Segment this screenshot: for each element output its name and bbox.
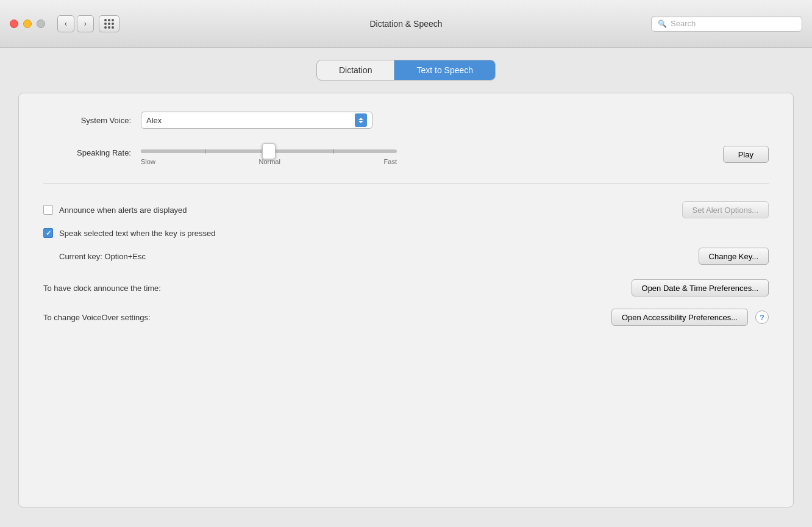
- fast-label: Fast: [384, 158, 397, 165]
- speaking-rate-row: Speaking Rate: Slow Normal Fast: [43, 143, 769, 165]
- close-button[interactable]: [10, 20, 18, 28]
- voiceover-row: To change VoiceOver settings: Open Acces…: [43, 309, 769, 326]
- content-panel: System Voice: Alex Speaking Rate:: [18, 93, 794, 507]
- window-title: Dictation & Speech: [369, 19, 442, 29]
- open-accessibility-button[interactable]: Open Accessibility Preferences...: [611, 309, 748, 326]
- current-key-label: Current key: Option+Esc: [59, 252, 146, 261]
- clock-label: To have clock announce the time:: [43, 284, 632, 293]
- speak-selected-row: Speak selected text when the key is pres…: [43, 228, 769, 238]
- maximize-button[interactable]: [37, 20, 45, 28]
- search-placeholder: Search: [671, 19, 696, 28]
- clock-row: To have clock announce the time: Open Da…: [43, 279, 769, 296]
- set-alert-options-button[interactable]: Set Alert Options...: [682, 201, 769, 218]
- select-arrows-icon[interactable]: [355, 113, 367, 127]
- speaking-rate-slider[interactable]: [141, 149, 397, 153]
- system-voice-row: System Voice: Alex: [43, 112, 769, 129]
- slow-label: Slow: [141, 158, 155, 165]
- play-button[interactable]: Play: [723, 146, 769, 163]
- tab-group: Dictation Text to Speech: [316, 60, 496, 81]
- voiceover-label: To change VoiceOver settings:: [43, 313, 611, 322]
- tick-1: [205, 149, 205, 154]
- arrow-down-icon: [358, 121, 363, 123]
- announce-alerts-label: Announce when alerts are displayed: [59, 206, 187, 215]
- grid-dots-icon: [104, 19, 114, 29]
- speak-selected-label: Speak selected text when the key is pres…: [59, 229, 216, 238]
- search-box[interactable]: 🔍 Search: [651, 16, 802, 32]
- voice-select-value: Alex: [146, 116, 351, 125]
- main-content: Dictation Text to Speech System Voice: A…: [0, 48, 812, 520]
- tab-bar: Dictation Text to Speech: [18, 60, 794, 81]
- divider: [43, 184, 769, 184]
- current-key-row: Current key: Option+Esc Change Key...: [59, 248, 769, 265]
- titlebar: ‹ › Dictation & Speech 🔍 Search: [0, 0, 812, 48]
- search-icon: 🔍: [658, 20, 667, 28]
- tab-text-to-speech[interactable]: Text to Speech: [394, 60, 495, 80]
- announce-alerts-checkbox[interactable]: [43, 205, 53, 215]
- speak-selected-checkbox[interactable]: [43, 228, 53, 238]
- forward-button[interactable]: ›: [77, 15, 94, 32]
- slider-container: Slow Normal Fast: [141, 143, 711, 165]
- tab-dictation[interactable]: Dictation: [317, 60, 394, 80]
- grid-view-button[interactable]: [99, 15, 119, 32]
- open-date-time-button[interactable]: Open Date & Time Preferences...: [632, 279, 769, 296]
- back-button[interactable]: ‹: [57, 15, 74, 32]
- arrow-up-icon: [358, 118, 363, 120]
- nav-buttons: ‹ ›: [57, 15, 94, 32]
- minimize-button[interactable]: [23, 20, 32, 28]
- traffic-lights: [10, 20, 45, 28]
- slider-thumb[interactable]: [262, 143, 276, 159]
- system-voice-label: System Voice:: [43, 116, 141, 125]
- announce-alerts-row: Announce when alerts are displayed Set A…: [43, 201, 769, 218]
- help-button[interactable]: ?: [755, 310, 769, 324]
- change-key-button[interactable]: Change Key...: [699, 248, 769, 265]
- system-voice-select[interactable]: Alex: [141, 112, 372, 129]
- speaking-rate-label: Speaking Rate:: [43, 143, 141, 157]
- tick-2: [333, 149, 333, 154]
- rate-play-group: Slow Normal Fast Play: [141, 143, 769, 165]
